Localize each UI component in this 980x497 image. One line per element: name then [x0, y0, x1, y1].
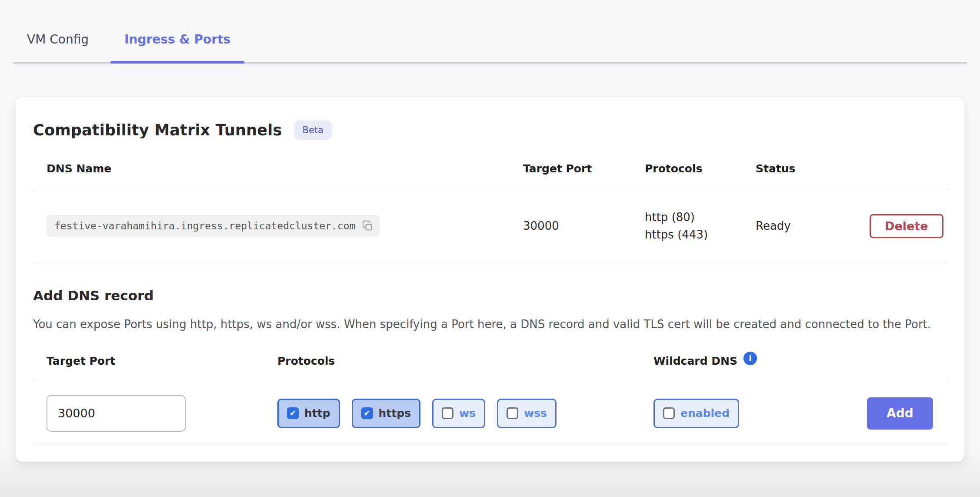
- ws-checkbox-label: ws: [459, 407, 476, 420]
- dns-name-value: festive-varahamihira.ingress.replicatedc…: [54, 220, 355, 232]
- checkbox-http[interactable]: ✔ http: [277, 399, 340, 428]
- https-checkbox-label: https: [379, 407, 411, 420]
- add-dns-form-row: ✔ http ✔ https ✔ ws ✔ wss: [32, 381, 948, 444]
- add-button[interactable]: Add: [867, 397, 933, 430]
- wildcard-and-submit: ✔ enabled Add: [653, 397, 948, 430]
- tab-ingress-ports[interactable]: Ingress & Ports: [110, 25, 244, 62]
- header-protocols: Protocols: [645, 162, 756, 175]
- label-target-port: Target Port: [47, 354, 277, 368]
- header-target-port: Target Port: [523, 162, 645, 175]
- header-status: Status: [756, 162, 870, 175]
- label-wildcard-dns: Wildcard DNS i: [653, 354, 948, 368]
- delete-button[interactable]: Delete: [870, 214, 943, 238]
- wss-checkbox-box: ✔: [507, 407, 518, 419]
- tunnels-card: Compatibility Matrix Tunnels Beta DNS Na…: [16, 97, 964, 462]
- target-port-field-wrap: [47, 395, 277, 432]
- label-protocols: Protocols: [277, 354, 653, 368]
- copy-icon[interactable]: [361, 220, 373, 232]
- protocol-chips: ✔ http ✔ https ✔ ws ✔ wss: [277, 399, 653, 428]
- dns-name-chip: festive-varahamihira.ingress.replicatedc…: [47, 215, 380, 237]
- status-cell: Ready: [756, 219, 870, 232]
- table-row: festive-varahamihira.ingress.replicatedc…: [32, 189, 948, 263]
- checkbox-https[interactable]: ✔ https: [352, 399, 420, 428]
- check-icon: ✔: [363, 409, 370, 417]
- target-port-input[interactable]: [47, 395, 186, 432]
- card-title-row: Compatibility Matrix Tunnels Beta: [33, 121, 948, 140]
- header-dns-name: DNS Name: [47, 162, 523, 175]
- checkbox-wss[interactable]: ✔ wss: [497, 399, 557, 428]
- dns-name-cell: festive-varahamihira.ingress.replicatedc…: [47, 215, 523, 237]
- wss-checkbox-label: wss: [524, 407, 547, 420]
- protocols-cell: http (80) https (443): [645, 208, 756, 244]
- add-dns-heading: Add DNS record: [33, 288, 948, 303]
- tab-bar: VM Config Ingress & Ports: [13, 0, 967, 64]
- tab-vm-config[interactable]: VM Config: [13, 25, 103, 62]
- target-port-cell: 30000: [523, 219, 645, 232]
- add-dns-description: You can expose Ports using http, https, …: [33, 316, 933, 333]
- ws-checkbox-box: ✔: [442, 407, 453, 419]
- checkbox-wildcard-enabled[interactable]: ✔ enabled: [653, 399, 739, 428]
- wildcard-checkbox-label: enabled: [680, 407, 730, 420]
- https-checkbox-box: ✔: [361, 407, 373, 419]
- protocol-http: http (80): [645, 208, 756, 226]
- protocol-https: https (443): [645, 226, 756, 243]
- check-icon: ✔: [290, 409, 297, 417]
- http-checkbox-label: http: [304, 407, 330, 420]
- wildcard-checkbox-box: ✔: [663, 407, 675, 419]
- info-icon[interactable]: i: [743, 352, 757, 365]
- http-checkbox-box: ✔: [287, 407, 299, 419]
- checkbox-ws[interactable]: ✔ ws: [432, 399, 485, 428]
- card-title: Compatibility Matrix Tunnels: [33, 121, 282, 139]
- wildcard-dns-text: Wildcard DNS: [653, 355, 737, 367]
- add-dns-form-labels: Target Port Protocols Wildcard DNS i: [32, 354, 948, 381]
- tunnels-table-header: DNS Name Target Port Protocols Status: [32, 140, 948, 189]
- beta-badge: Beta: [294, 121, 332, 140]
